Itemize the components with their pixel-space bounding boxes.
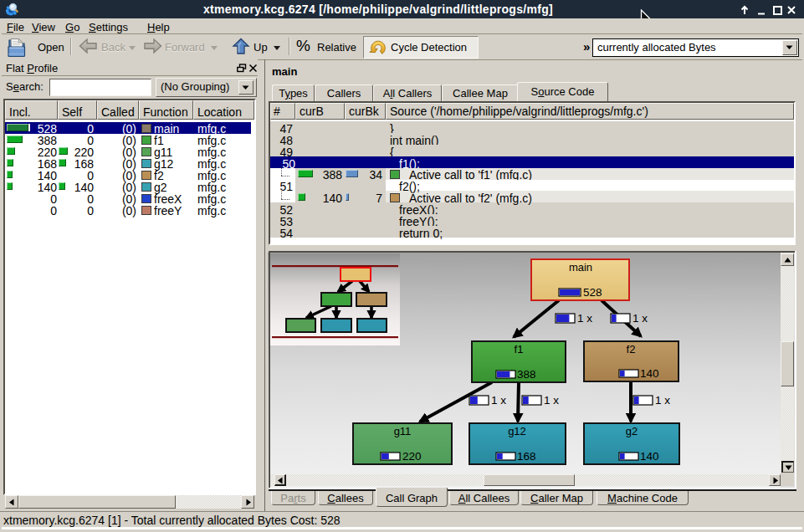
svg-text:1 x: 1 x — [655, 394, 670, 407]
svg-text:f2: f2 — [627, 343, 636, 356]
svg-text:f1: f1 — [515, 343, 524, 356]
svg-text:220: 220 — [402, 450, 422, 463]
svg-text:g11: g11 — [394, 425, 412, 437]
svg-text:1 x: 1 x — [491, 394, 506, 407]
svg-text:528: 528 — [583, 286, 602, 299]
svg-text:1 x: 1 x — [544, 394, 559, 407]
svg-text:168: 168 — [517, 450, 536, 463]
svg-text:main: main — [569, 261, 592, 274]
svg-text:g12: g12 — [508, 425, 526, 437]
svg-text:1 x: 1 x — [577, 312, 592, 325]
svg-text:1 x: 1 x — [632, 312, 648, 325]
svg-text:g2: g2 — [626, 425, 638, 437]
svg-text:140: 140 — [640, 450, 659, 463]
svg-text:140: 140 — [640, 367, 659, 380]
svg-text:388: 388 — [517, 368, 536, 381]
